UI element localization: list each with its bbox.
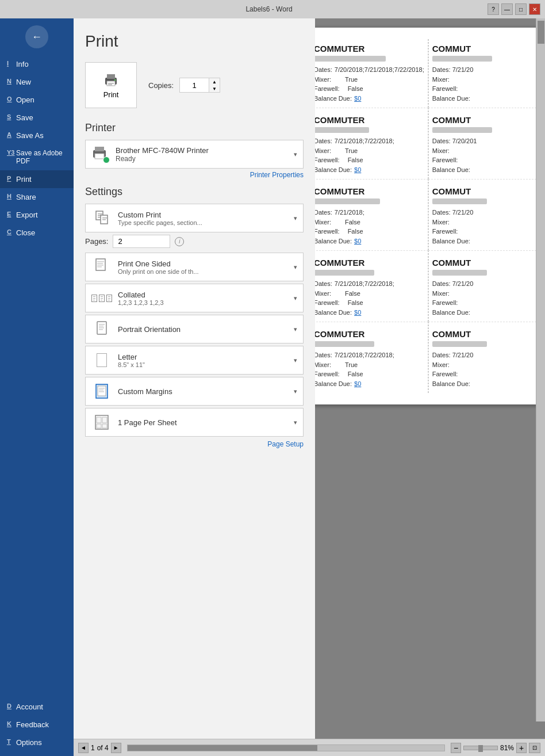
collated-text: Collated 1,2,3 1,2,3 1,2,3 [118, 291, 294, 306]
page-next-button[interactable]: ► [111, 743, 121, 753]
sidebar-item-close[interactable]: C Close [0, 224, 74, 242]
label-row-balance-6: Balance Due: [432, 236, 542, 246]
preview-panel: COMMUTER Dates: 7/20/2018;7/21/2018;7/22… [315, 18, 545, 739]
label-name-bar-9 [315, 341, 374, 347]
svg-rect-32 [97, 417, 101, 423]
margins-icon [91, 381, 112, 402]
pages-input[interactable] [113, 235, 170, 248]
zoom-slider-thumb[interactable] [478, 745, 483, 752]
sidebar-item-options[interactable]: T Options [0, 734, 74, 751]
preview-scrollbar[interactable] [536, 18, 545, 721]
sidebar-item-saveadobe[interactable]: Y3 Save as Adobe PDF [0, 144, 74, 170]
orientation-text: Portrait Orientation [118, 325, 294, 334]
sidebar-item-feedback[interactable]: K Feedback [0, 716, 74, 734]
label-block-2: COMMUT Dates: 7/21/20 Mixer: Farewell: [428, 39, 545, 108]
svg-rect-1 [107, 74, 115, 79]
label-row-balance-1: Balance Due: $0 [315, 94, 424, 104]
back-button[interactable]: ← [25, 25, 48, 48]
label-row-mixer-6: Mixer: [432, 217, 542, 227]
label-row-balance-7: Balance Due: $0 [315, 308, 424, 318]
margins-icon-svg [94, 383, 109, 399]
preview-scroll-area[interactable]: COMMUTER Dates: 7/20/2018;7/21/2018;7/22… [315, 18, 545, 739]
close-window-button[interactable]: ✕ [529, 3, 540, 15]
label-row-farewell-10: Farewell: [432, 369, 542, 379]
pages-row: Pages: i [85, 235, 304, 248]
print-area: Print Print [74, 18, 545, 739]
svg-rect-3 [108, 83, 114, 84]
paper-size-sub: 8.5" x 11" [118, 361, 294, 368]
help-button[interactable]: ? [488, 3, 499, 15]
scrollbar-thumb[interactable] [538, 21, 544, 44]
svg-rect-33 [102, 417, 107, 423]
collated-dropdown[interactable]: Collated 1,2,3 1,2,3 1,2,3 ▾ [85, 284, 304, 312]
svg-rect-28 [99, 388, 105, 389]
orientation-dropdown[interactable]: Portrait Orientation ▾ [85, 315, 304, 343]
custom-print-text: Custom Print Type specific pages, sectio… [118, 211, 294, 226]
margins-label: Custom Margins [118, 387, 294, 396]
label-row-farewell-4: Farewell: [432, 155, 542, 165]
preview-columns: COMMUTER Dates: 7/20/2018;7/21/2018;7/22… [315, 39, 545, 393]
printer-box[interactable]: Brother MFC-7840W Printer Ready ▾ [85, 140, 304, 169]
minimize-button[interactable]: — [501, 3, 513, 15]
svg-rect-34 [97, 424, 101, 428]
sidebar-item-share[interactable]: H Share [0, 188, 74, 206]
scrollbar-thumb-bottom[interactable] [128, 745, 318, 751]
copies-increment[interactable]: ▲ [209, 78, 220, 85]
pages-per-sheet-dropdown[interactable]: 1 Page Per Sheet ▾ [85, 408, 304, 437]
label-title-8: COMMUT [432, 258, 542, 268]
label-row-farewell-1: Farewell: False [315, 84, 424, 94]
fit-page-button[interactable]: ⊡ [529, 743, 540, 753]
sidebar-item-open[interactable]: O Open [0, 91, 74, 109]
page-title: Print [85, 32, 304, 51]
label-name-bar-3 [315, 127, 369, 133]
horizontal-scrollbar[interactable] [127, 744, 445, 751]
label-row-balance-8: Balance Due: [432, 308, 542, 318]
print-sides-dropdown[interactable]: Print One Sided Only print on one side o… [85, 253, 304, 281]
label-row-mixer-10: Mixer: [432, 360, 542, 370]
printer-properties-link[interactable]: Printer Properties [85, 171, 304, 179]
page-prev-button[interactable]: ◄ [78, 743, 89, 753]
collated-arrow: ▾ [294, 295, 297, 302]
sidebar-item-saveas[interactable]: A Save As [0, 127, 74, 144]
sidebar-item-new[interactable]: N New [0, 73, 74, 91]
margins-text: Custom Margins [118, 387, 294, 396]
label-row-farewell-8: Farewell: [432, 298, 542, 308]
label-row-farewell-5: Farewell: False [315, 227, 424, 236]
sidebar-item-info[interactable]: I Info [0, 55, 74, 73]
copies-decrement[interactable]: ▼ [209, 85, 220, 92]
label-row-balance-2: Balance Due: [432, 94, 542, 104]
pages-info-icon[interactable]: i [175, 237, 184, 246]
label-row-dates-9: Dates: 7/21/2018;7/22/2018; [315, 350, 424, 360]
sidebar-item-save[interactable]: S Save [0, 109, 74, 127]
sidebar-item-export[interactable]: E Export [0, 206, 74, 224]
pages-per-sheet-arrow: ▾ [294, 419, 297, 426]
print-button[interactable]: Print [85, 62, 137, 108]
titlebar-controls: ? — □ ✕ [488, 3, 540, 15]
svg-point-5 [114, 79, 116, 81]
zoom-plus-button[interactable]: + [516, 743, 527, 753]
label-row-farewell-7: Farewell: False [315, 298, 424, 308]
label-block-5: COMMUTER Dates: 7/21/2018; Mixer: False [315, 179, 428, 250]
custom-print-dropdown[interactable]: Custom Print Type specific pages, sectio… [85, 204, 304, 232]
paper-size-dropdown[interactable]: Letter 8.5" x 11" ▾ [85, 346, 304, 375]
restore-button[interactable]: □ [515, 3, 527, 15]
label-row-farewell-2: Farewell: [432, 84, 542, 94]
page-setup-link[interactable]: Page Setup [85, 440, 304, 448]
margins-dropdown[interactable]: Custom Margins ▾ [85, 377, 304, 406]
zoom-slider[interactable] [463, 746, 498, 750]
bottom-bar: ◄ 1 of 4 ► − 81% + ⊡ [74, 739, 545, 756]
zoom-minus-button[interactable]: − [451, 743, 461, 753]
sidebar-item-print[interactable]: P Print [0, 170, 74, 188]
label-row-balance-9: Balance Due: $0 [315, 379, 424, 389]
copies-input[interactable] [180, 79, 209, 91]
page-of: of 4 [97, 744, 109, 752]
label-row-mixer-1: Mixer: True [315, 75, 424, 85]
label-row-mixer-8: Mixer: [432, 289, 542, 299]
copies-row: Copies: ▲ ▼ [148, 78, 220, 93]
app-body: ← I Info N New O Open S Save A Save As Y… [0, 18, 545, 756]
titlebar-title: Labels6 - Word [51, 5, 488, 13]
svg-rect-27 [98, 386, 106, 396]
label-row-mixer-9: Mixer: True [315, 360, 424, 370]
sidebar-item-account[interactable]: D Account [0, 698, 74, 716]
zoom-level: 81% [500, 744, 514, 752]
